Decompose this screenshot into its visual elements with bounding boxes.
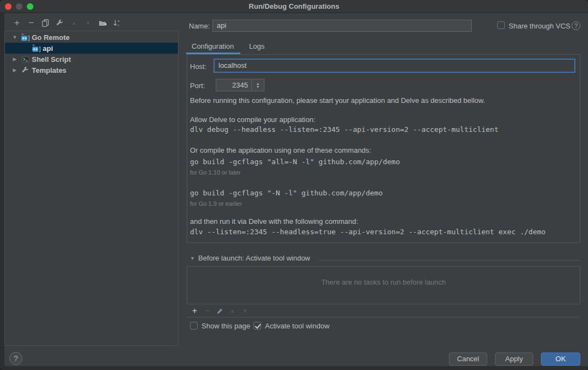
tree-item-label: Templates [32, 66, 66, 74]
instructions-run-line: and then run it via Delve with the follo… [190, 217, 358, 226]
titlebar[interactable]: Run/Debug Configurations [0, 0, 588, 13]
name-label: Name: [189, 22, 210, 30]
share-vcs-help-icon[interactable]: ? [572, 21, 580, 30]
svg-text:a: a [118, 19, 120, 22]
window-title: Run/Debug Configurations [0, 2, 588, 10]
note-go-110: for Go 1.10 or later [190, 169, 240, 176]
command-go-build-new: go build -gcflags "all=-N -l" github.com… [190, 158, 400, 166]
port-label: Port: [190, 82, 205, 90]
tab-configuration[interactable]: Configuration [192, 42, 234, 50]
edit-defaults-wrench-icon[interactable] [53, 18, 67, 28]
command-dlv-exec: dlv --listen=:2345 --headless=true --api… [190, 228, 546, 236]
shell-script-icon [20, 55, 30, 63]
chevron-right-icon[interactable]: ▶ [11, 67, 18, 73]
port-value[interactable]: 2345 [216, 79, 251, 91]
activate-tool-window-checkbox[interactable] [253, 322, 261, 329]
before-launch-rule [319, 260, 580, 261]
tree-item-label: Shell Script [32, 55, 71, 63]
instructions-intro: Before running this configuration, pleas… [190, 96, 485, 105]
new-folder-icon[interactable] [95, 18, 109, 28]
help-button[interactable]: ? [9, 352, 22, 365]
chevron-right-icon[interactable]: ▶ [11, 56, 18, 62]
before-launch-toolbar: + − ▲ ▼ [188, 305, 251, 317]
wrench-icon [20, 66, 30, 74]
command-dlv-debug: dlv debug --headless --listen=:2345 --ap… [190, 125, 499, 134]
host-label: Host: [190, 62, 206, 71]
activate-tool-window-label[interactable]: Activate tool window [265, 322, 330, 330]
move-down-icon: ▼ [81, 18, 95, 28]
tree-item-templates[interactable]: ▶ Templates [5, 65, 178, 76]
options-separator [187, 317, 580, 317]
tab-logs[interactable]: Logs [249, 42, 264, 50]
ok-button[interactable]: OK [541, 352, 580, 366]
show-this-page-label[interactable]: Show this page [201, 322, 250, 330]
move-task-up-icon: ▲ [226, 305, 239, 316]
copy-configuration-icon[interactable] [38, 18, 53, 28]
svg-text:z: z [118, 24, 119, 27]
add-task-icon[interactable]: + [188, 305, 201, 316]
before-launch-task-list[interactable]: There are no tasks to run before launch [187, 266, 580, 304]
configurations-toolbar: + − ▲ ▼ az [5, 15, 178, 31]
share-through-vcs-checkbox[interactable] [497, 21, 505, 29]
apply-button[interactable]: Apply [495, 352, 533, 366]
chevron-down-icon[interactable]: ▼ [11, 34, 18, 40]
empty-task-message: There are no tasks to run before launch [187, 278, 580, 286]
go-remote-icon [31, 44, 41, 53]
tree-item-shell-script[interactable]: ▶ Shell Script [5, 54, 178, 65]
command-go-build-old: go build -gcflags "-N -l" github.com/app… [190, 189, 383, 197]
remove-configuration-icon[interactable]: − [24, 18, 38, 28]
add-configuration-icon[interactable]: + [10, 18, 24, 28]
name-input[interactable]: api [212, 20, 472, 32]
instructions-or-line: Or compile the application using one of … [190, 146, 371, 154]
remove-task-icon: − [201, 305, 214, 316]
window-left-edge [0, 13, 4, 367]
before-launch-title[interactable]: Before launch: Activate tool window [198, 254, 310, 262]
before-launch-collapse-icon[interactable]: ▼ [190, 256, 195, 261]
sort-configurations-icon[interactable]: az [109, 18, 124, 28]
stepper-down-icon[interactable]: ▼ [256, 85, 260, 89]
move-task-down-icon: ▼ [239, 305, 251, 316]
tree-item-label: Go Remote [32, 33, 70, 42]
go-remote-icon [20, 33, 30, 42]
port-stepper[interactable]: ▲ ▼ [251, 79, 264, 91]
run-debug-configurations-dialog: Run/Debug Configurations + − ▲ ▼ az ▼ Go… [0, 0, 588, 370]
tree-item-label: api [43, 44, 53, 53]
configurations-tree: ▼ Go Remote ▼ api ▶ Shell Script ▶ T [4, 31, 178, 346]
share-through-vcs-label[interactable]: Share through VCS [509, 22, 570, 30]
instructions-allow-line: Allow Delve to compile your application: [190, 115, 315, 124]
tree-item-go-remote[interactable]: ▼ Go Remote [5, 32, 178, 43]
port-input[interactable]: 2345 ▲ ▼ [216, 79, 264, 91]
move-up-icon: ▲ [67, 18, 81, 28]
show-this-page-checkbox[interactable] [190, 322, 198, 329]
note-go-19: for Go 1.9 or earlier [190, 200, 242, 207]
edit-task-icon [214, 305, 226, 316]
tree-item-api[interactable]: ▼ api [5, 43, 178, 54]
cancel-button[interactable]: Cancel [449, 352, 487, 366]
host-input[interactable]: localhost [214, 59, 575, 73]
window-bottom-edge [0, 366, 588, 370]
